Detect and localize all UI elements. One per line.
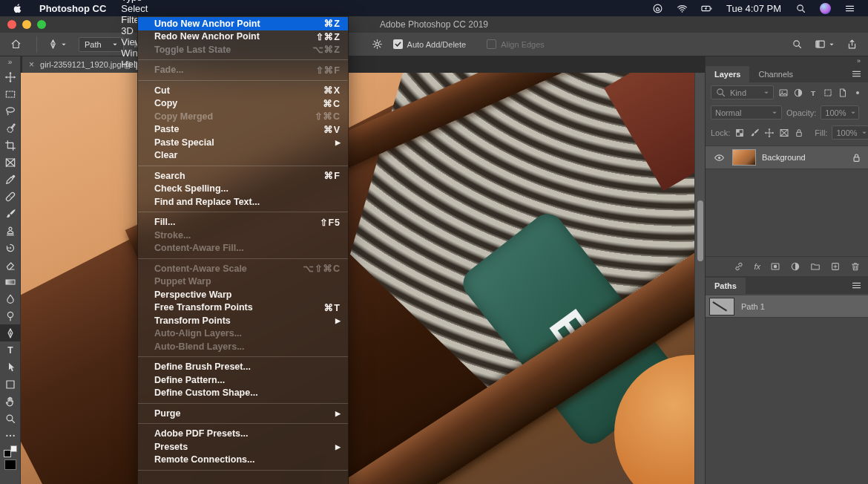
hand-tool[interactable] <box>0 393 21 410</box>
type-filter-icon[interactable]: T <box>808 88 818 98</box>
menu-item-find-and-replace-text[interactable]: Find and Replace Text... <box>138 195 348 209</box>
layer-row-background[interactable]: Background <box>706 145 868 169</box>
lock-transparency-icon[interactable] <box>734 128 745 138</box>
menu-list-icon[interactable] <box>839 0 861 16</box>
menubar-clock[interactable]: Tue 4:07 PM <box>720 3 787 14</box>
tool-preset-picker[interactable] <box>42 39 73 50</box>
scrollbar-thumb[interactable] <box>697 200 703 261</box>
canvas-vertical-scrollbar[interactable] <box>694 73 705 484</box>
shape-filter-icon[interactable] <box>823 88 833 98</box>
menu-item-define-pattern[interactable]: Define Pattern... <box>138 373 348 387</box>
menu-item-remote-connections[interactable]: Remote Connections... <box>138 454 348 467</box>
expand-tools-icon[interactable]: » <box>8 56 13 68</box>
gear-icon[interactable] <box>366 39 389 50</box>
menu-item-paste-special[interactable]: Paste Special▶ <box>138 136 348 149</box>
adjustment-layer-icon[interactable] <box>790 261 800 272</box>
marquee-tool[interactable] <box>0 85 21 102</box>
spotlight-icon[interactable] <box>790 0 812 16</box>
layer-style-icon[interactable]: fx <box>754 262 760 271</box>
path-selection-tool[interactable] <box>0 359 21 376</box>
layer-thumbnail[interactable] <box>732 149 756 166</box>
move-tool[interactable] <box>0 68 21 85</box>
path-name[interactable]: Path 1 <box>741 302 765 311</box>
menu-item-perspective-warp[interactable]: Perspective Warp <box>138 288 348 301</box>
pixel-layer-filter-icon[interactable] <box>778 88 789 98</box>
color-swatch[interactable] <box>4 460 16 470</box>
apple-menu-icon[interactable] <box>0 0 32 16</box>
menu-item-presets[interactable]: Presets▶ <box>138 440 348 454</box>
menubar-app-name[interactable]: Photoshop CC <box>32 0 114 16</box>
dodge-tool[interactable] <box>0 307 21 324</box>
canvas[interactable]: E <box>21 73 694 484</box>
menu-item-define-brush-preset[interactable]: Define Brush Preset... <box>138 361 348 374</box>
rectangle-tool[interactable] <box>0 376 21 393</box>
group-layers-icon[interactable] <box>810 261 821 272</box>
eraser-tool[interactable] <box>0 256 21 273</box>
zoom-tool[interactable] <box>0 410 21 427</box>
opacity-value[interactable]: 100% <box>821 105 859 120</box>
panel-menu-icon[interactable] <box>851 68 862 79</box>
tab-channels[interactable]: Channels <box>749 66 801 82</box>
delete-layer-icon[interactable] <box>850 261 861 272</box>
frame-tool[interactable] <box>0 154 21 171</box>
lock-all-icon[interactable] <box>794 128 804 138</box>
share-icon[interactable] <box>846 39 858 50</box>
adjustment-filter-icon[interactable] <box>793 88 803 98</box>
menu-item-redo-new-anchor-point[interactable]: Redo New Anchor Point⇧⌘Z <box>138 30 348 44</box>
menu-item-check-spelling[interactable]: Check Spelling... <box>138 183 348 196</box>
siri-icon[interactable] <box>815 0 836 16</box>
battery-icon[interactable] <box>696 0 717 16</box>
tab-layers[interactable]: Layers <box>706 66 749 82</box>
menu-item-copy[interactable]: Copy⌘C <box>138 97 348 111</box>
menu-item-cut[interactable]: Cut⌘X <box>138 84 348 97</box>
eyedropper-tool[interactable] <box>0 171 21 188</box>
layer-mask-icon[interactable] <box>770 261 780 272</box>
lasso-tool[interactable] <box>0 102 21 120</box>
collapse-panels-icon[interactable]: » <box>857 57 861 65</box>
new-layer-icon[interactable] <box>830 261 841 272</box>
blend-mode-select[interactable]: Normal <box>711 105 782 120</box>
menu-item-transform-points[interactable]: Transform Points▶ <box>138 314 348 327</box>
foreground-background-swatches[interactable] <box>4 445 17 457</box>
menu-item-free-transform-points[interactable]: Free Transform Points⌘T <box>138 301 348 315</box>
menu-item-undo-new-anchor-point[interactable]: Undo New Anchor Point⌘Z <box>138 17 348 30</box>
menu-item-define-custom-shape[interactable]: Define Custom Shape... <box>138 387 348 400</box>
close-tab-icon[interactable]: × <box>29 59 34 70</box>
layer-name[interactable]: Background <box>762 153 806 162</box>
panel-menu-icon[interactable] <box>851 280 862 291</box>
history-brush-tool[interactable] <box>0 239 21 256</box>
pen-tool[interactable] <box>0 324 21 341</box>
healing-brush-tool[interactable] <box>0 188 21 205</box>
brush-tool[interactable] <box>0 205 21 222</box>
filter-toggle-icon[interactable] <box>852 88 863 98</box>
search-icon[interactable] <box>792 39 803 50</box>
tab-paths[interactable]: Paths <box>706 278 746 294</box>
menu-item-clear[interactable]: Clear <box>138 149 348 163</box>
type-tool[interactable]: T <box>0 341 21 359</box>
smart-object-filter-icon[interactable] <box>838 88 848 98</box>
path-row[interactable]: Path 1 <box>706 295 868 318</box>
layer-visibility-eye-icon[interactable] <box>711 152 726 163</box>
lock-position-icon[interactable] <box>764 128 775 138</box>
home-icon[interactable] <box>0 39 32 50</box>
creative-cloud-icon[interactable] <box>647 0 668 16</box>
layer-filter-select[interactable]: Kind <box>711 85 774 99</box>
path-thumbnail[interactable] <box>709 298 734 315</box>
crop-tool[interactable] <box>0 137 21 154</box>
lock-pixels-icon[interactable] <box>749 128 760 138</box>
gradient-tool[interactable] <box>0 273 21 290</box>
wifi-icon[interactable] <box>671 0 693 16</box>
fill-value[interactable]: 100% <box>832 125 868 140</box>
edit-toolbar[interactable] <box>0 427 21 444</box>
menu-item-purge[interactable]: Purge▶ <box>138 407 348 420</box>
menu-item-fill[interactable]: Fill...⇧F5 <box>138 216 348 229</box>
quick-selection-tool[interactable] <box>0 120 21 137</box>
blur-tool[interactable] <box>0 290 21 307</box>
menubar-item-select[interactable]: Select <box>114 3 162 14</box>
lock-artboard-icon[interactable] <box>779 128 789 138</box>
auto-add-delete-checkbox[interactable]: Auto Add/Delete <box>393 39 467 49</box>
link-layers-icon[interactable] <box>734 261 744 272</box>
menu-item-paste[interactable]: Paste⌘V <box>138 123 348 137</box>
menu-item-adobe-pdf-presets[interactable]: Adobe PDF Presets... <box>138 428 348 441</box>
workspace-switcher[interactable] <box>815 39 835 50</box>
